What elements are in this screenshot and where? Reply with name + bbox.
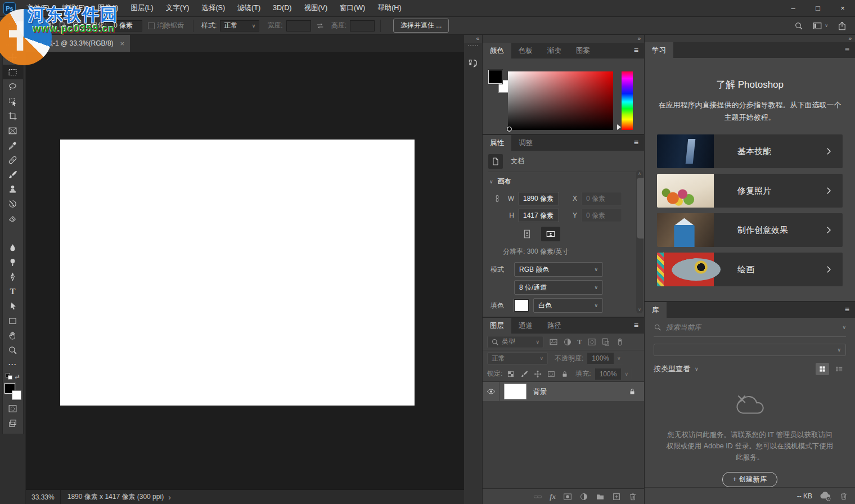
path-selection-tool[interactable] (3, 299, 23, 313)
toolbar-grip[interactable] (6, 44, 20, 49)
tab-patterns[interactable]: 图案 (569, 43, 597, 58)
menu-type[interactable]: 文字(Y) (160, 0, 196, 16)
close-button[interactable]: × (830, 0, 855, 16)
screen-mode-button[interactable] (3, 416, 23, 430)
color-mode-dropdown[interactable]: RGB 颜色 ∨ (514, 262, 603, 277)
tab-properties[interactable]: 属性 (483, 135, 511, 151)
dodge-tool[interactable] (3, 255, 23, 269)
rectangle-tool[interactable] (3, 313, 23, 328)
new-layer-icon[interactable] (612, 492, 621, 501)
share-icon[interactable] (837, 21, 847, 31)
pen-tool[interactable] (3, 269, 23, 284)
tab-channels[interactable]: 通道 (511, 318, 540, 334)
delete-layer-icon[interactable] (628, 492, 637, 501)
tutorial-card-paint[interactable]: 绘画 (657, 253, 843, 286)
rectangular-marquee-tool[interactable] (3, 65, 23, 79)
lock-position-icon[interactable] (534, 370, 542, 378)
layer-lock-icon[interactable] (628, 388, 636, 395)
subtract-from-selection-button[interactable] (56, 19, 70, 33)
add-layer-mask-icon[interactable] (563, 492, 572, 501)
new-group-icon[interactable] (596, 492, 605, 501)
clone-stamp-tool[interactable] (3, 182, 23, 196)
fill-dropdown[interactable]: 白色 ∨ (533, 298, 603, 313)
menu-window[interactable]: 窗口(W) (334, 0, 371, 16)
view-by-type-label[interactable]: 按类型查看 (654, 364, 690, 374)
panel-menu-icon[interactable]: ≡ (628, 318, 644, 334)
scroll-down-icon[interactable]: ∨ (636, 307, 643, 312)
link-layers-icon[interactable] (533, 492, 542, 501)
add-to-selection-button[interactable] (43, 19, 56, 33)
filter-pixel-layers-icon[interactable] (549, 338, 558, 346)
blend-mode-dropdown[interactable]: 正常 ∨ (487, 352, 548, 364)
canvas-width-input[interactable] (519, 192, 559, 205)
menu-3d[interactable]: 3D(D) (267, 0, 298, 16)
style-dropdown[interactable]: 正常 ∨ (220, 20, 259, 32)
menu-filter[interactable]: 滤镜(T) (231, 0, 267, 16)
search-icon[interactable] (794, 21, 803, 30)
filter-smart-objects-icon[interactable] (601, 338, 610, 346)
layer-thumbnail[interactable] (504, 384, 526, 399)
landscape-orientation-button[interactable] (541, 227, 560, 241)
background-color-swatch[interactable] (12, 390, 21, 400)
chevron-down-icon[interactable]: ∨ (842, 325, 846, 330)
swap-colors-icon[interactable]: ⇄ (15, 374, 19, 380)
eyedropper-tool[interactable] (3, 138, 23, 152)
edit-toolbar-button[interactable]: ··· (3, 357, 23, 372)
swap-width-height-icon[interactable] (316, 21, 325, 30)
maximize-button[interactable]: □ (806, 0, 830, 16)
bit-depth-dropdown[interactable]: 8 位/通道 ∨ (514, 280, 603, 295)
panel-collapse-control[interactable]: » (645, 35, 855, 42)
tab-paths[interactable]: 路径 (540, 318, 569, 334)
antialias-checkbox[interactable] (148, 22, 155, 29)
canvas-section-header[interactable]: ∨ 画布 (489, 177, 644, 186)
fill-control[interactable]: 100% ∨ (595, 368, 632, 380)
canvas-y-input[interactable] (582, 209, 622, 222)
height-input[interactable] (350, 20, 375, 32)
zoom-tool[interactable] (3, 343, 23, 357)
tab-gradients[interactable]: 渐变 (540, 43, 569, 58)
blur-tool[interactable] (3, 240, 23, 255)
menu-edit[interactable]: 编辑(E) (56, 0, 92, 16)
canvas-pasteboard[interactable] (26, 52, 464, 489)
menu-help[interactable]: 帮助(H) (371, 0, 407, 16)
layer-style-icon[interactable]: fx (550, 492, 556, 501)
tab-layers[interactable]: 图层 (483, 318, 511, 334)
delete-library-item-icon[interactable] (839, 492, 848, 501)
zoom-level[interactable]: 33.33% (26, 490, 61, 504)
toolbar-collapse-control[interactable]: » (0, 35, 25, 43)
panel-menu-icon[interactable]: ≡ (628, 43, 644, 58)
hand-tool[interactable] (3, 328, 23, 343)
filter-shape-layers-icon[interactable] (587, 338, 596, 346)
layer-visibility-toggle[interactable] (483, 382, 500, 401)
layer-name[interactable]: 背景 (533, 387, 547, 397)
list-view-button[interactable] (832, 363, 846, 375)
tutorial-card-basics[interactable]: 基本技能 (657, 134, 843, 168)
filter-adjustment-layers-icon[interactable] (563, 338, 572, 346)
menu-image[interactable]: 图像(I) (92, 0, 125, 16)
panel-grip[interactable] (468, 45, 478, 50)
layers-list-empty-area[interactable] (483, 401, 644, 488)
filter-toggle-icon[interactable] (615, 338, 624, 346)
workspace-switcher[interactable]: ∨ (812, 21, 828, 31)
lock-artboard-icon[interactable] (547, 370, 555, 378)
status-chevron-icon[interactable]: › (168, 493, 171, 502)
layer-filter-dropdown[interactable]: 类型 ∨ (487, 336, 543, 348)
panel-collapse-control[interactable]: « (464, 35, 482, 43)
close-tab-icon[interactable]: × (120, 39, 125, 48)
menu-view[interactable]: 视图(V) (298, 0, 334, 16)
color-picker-handle[interactable] (507, 127, 512, 132)
lock-transparency-icon[interactable] (507, 370, 515, 378)
lasso-tool[interactable] (3, 79, 23, 94)
panel-collapse-control[interactable]: » (483, 35, 644, 43)
cloud-sync-status-icon[interactable] (820, 490, 831, 502)
panel-menu-icon[interactable]: ≡ (839, 302, 855, 318)
type-tool[interactable]: T (3, 284, 23, 299)
default-colors-icon[interactable] (6, 373, 12, 380)
document-tab[interactable]: 未标题-1 @ 33.3%(RGB/8) × (26, 35, 130, 52)
saturation-brightness-field[interactable] (508, 71, 613, 130)
canvas-height-input[interactable] (519, 209, 559, 222)
eraser-tool[interactable] (3, 211, 23, 226)
panel-menu-icon[interactable]: ≡ (839, 42, 855, 58)
select-and-mask-button[interactable]: 选择并遮住 ... (393, 19, 449, 33)
foreground-color-swatch[interactable] (488, 70, 502, 84)
